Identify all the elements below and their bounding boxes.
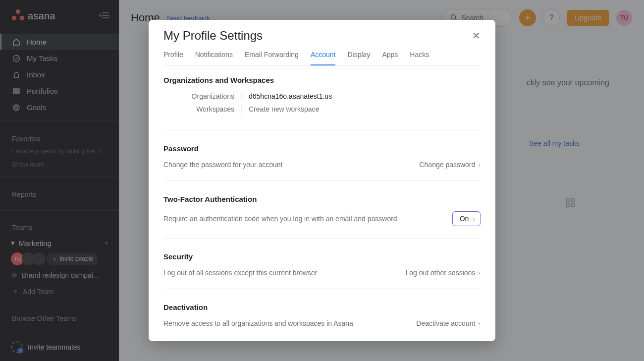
section-tfa-title: Two-Factor Authentication	[163, 195, 481, 203]
tab-email-forwarding[interactable]: Email Forwarding	[245, 51, 299, 65]
close-button[interactable]: ✕	[472, 31, 481, 41]
tab-apps[interactable]: Apps	[382, 51, 398, 65]
workspaces-label: Workspaces	[163, 105, 242, 113]
section-password-title: Password	[163, 144, 481, 153]
section-org-title: Organizations and Workspaces	[163, 76, 481, 84]
tab-account[interactable]: Account	[311, 51, 336, 65]
deactivation-description: Remove access to all organizations and w…	[163, 319, 353, 327]
logout-other-sessions-button[interactable]: Log out other sessions ›	[405, 269, 481, 277]
organizations-label: Organizations	[163, 92, 242, 100]
tfa-toggle-button[interactable]: On ›	[452, 211, 481, 226]
security-description: Log out of all sessions except this curr…	[163, 269, 318, 277]
create-workspace-link[interactable]: Create new workspace	[242, 105, 319, 113]
chevron-right-icon: ›	[478, 269, 481, 277]
modal-title: My Profile Settings	[163, 29, 263, 43]
chevron-right-icon: ›	[478, 319, 481, 327]
organization-value[interactable]: d65hcna16o.asanatest1.us	[242, 92, 332, 100]
tab-hacks[interactable]: Hacks	[410, 51, 429, 65]
close-icon: ✕	[472, 30, 481, 41]
chevron-right-icon: ›	[478, 161, 481, 169]
section-deactivation-title: Deactivation	[163, 303, 481, 311]
chevron-right-icon: ›	[473, 215, 475, 223]
deactivate-account-button[interactable]: Deactivate account ›	[416, 319, 481, 327]
tfa-description: Require an authentication code when you …	[163, 215, 397, 223]
profile-settings-modal: My Profile Settings ✕ Profile Notificati…	[149, 20, 495, 341]
section-security-title: Security	[163, 252, 481, 261]
change-password-button[interactable]: Change password ›	[419, 161, 481, 169]
tab-display[interactable]: Display	[347, 51, 370, 65]
tab-profile[interactable]: Profile	[163, 51, 183, 65]
password-description: Change the password for your account	[163, 161, 282, 169]
settings-tabs: Profile Notifications Email Forwarding A…	[163, 51, 481, 66]
tab-notifications[interactable]: Notifications	[195, 51, 233, 65]
